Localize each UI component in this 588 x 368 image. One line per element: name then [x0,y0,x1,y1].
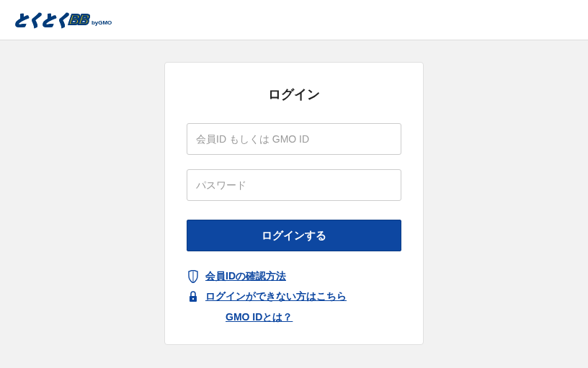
link-row-cannot-login: ログインができない方はこちら [187,290,401,303]
login-card: ログイン ログインする 会員IDの確認方法 ログインができない方はこちら [164,62,424,345]
shield-icon [187,270,200,283]
logo-sub: byGMO [92,19,112,26]
svg-point-1 [192,298,194,300]
login-title: ログイン [187,86,401,103]
content: ログイン ログインする 会員IDの確認方法 ログインができない方はこちら [0,40,588,345]
logo-text-toku: とくとく [14,12,71,27]
member-id-input[interactable] [187,123,401,155]
lock-icon [187,290,200,303]
header: とくとくBB byGMO [0,0,588,40]
cannot-login-link[interactable]: ログインができない方はこちら [205,290,347,303]
login-button[interactable]: ログインする [187,220,401,251]
gmoid-link[interactable]: GMO IDとは？ [226,311,293,323]
password-input[interactable] [187,169,401,201]
link-row-confirm-id: 会員IDの確認方法 [187,270,401,283]
confirm-id-link[interactable]: 会員IDの確認方法 [205,270,286,283]
logo-text-bb: BB [68,12,90,27]
link-row-gmoid: GMO IDとは？ [187,310,401,324]
logo[interactable]: とくとくBB byGMO [14,10,112,30]
